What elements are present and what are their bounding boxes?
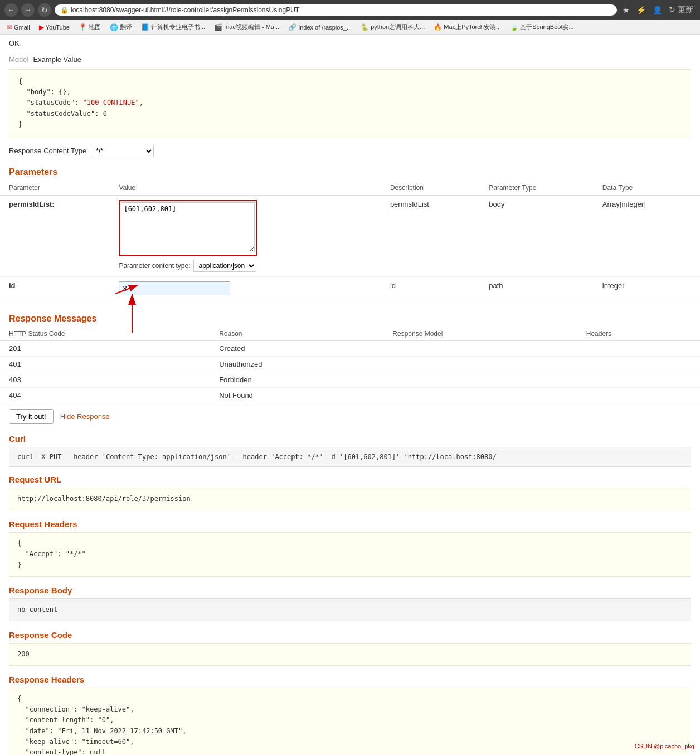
hide-response-link[interactable]: Hide Response	[60, 412, 110, 421]
model-201	[383, 340, 577, 356]
table-row: id	[0, 276, 700, 300]
python-icon: 🐍	[361, 23, 369, 31]
bookmark-ebook[interactable]: 📘 计算机专业电子书...	[139, 22, 207, 32]
param-name-permisidlist: permisIdList:	[9, 200, 55, 208]
response-content-type-select[interactable]: */* application/json	[91, 145, 154, 157]
code-line4: "statusCodeValue": 0	[18, 109, 682, 119]
code-line3: "statusCode": "100 CONTINUE",	[18, 98, 682, 108]
request-headers-title: Request Headers	[9, 519, 691, 529]
request-url-title: Request URL	[9, 475, 691, 484]
back-button[interactable]: ←	[4, 3, 18, 17]
id-data-type: integer	[594, 276, 700, 300]
curl-title: Curl	[9, 434, 691, 444]
bookmark-pytorch[interactable]: 🔥 Mac上PyTorch安装...	[431, 22, 503, 32]
bookmark-springboot[interactable]: 🍃 基于SpringBoot实...	[508, 22, 576, 32]
reason-forbidden: Forbidden	[210, 372, 383, 387]
headers-404	[577, 387, 700, 403]
bookmark-translate[interactable]: 🌐 翻译	[108, 22, 134, 32]
permisidlist-description: permisIdList	[381, 195, 480, 276]
ok-label: OK	[0, 35, 700, 52]
bookmark-gmail-label: Gmail	[14, 24, 30, 31]
request-url-value: http://localhost:8080/api/role/3/permiss…	[17, 495, 191, 503]
extensions-button[interactable]: ⚡	[634, 4, 648, 16]
response-headers-block: { "connection": "keep-alive", "content-l…	[9, 688, 691, 755]
bookmark-raspi-label: Index of /raspios_...	[298, 24, 352, 31]
bookmarks-bar: ✉ Gmail ▶ YouTube 📍 地图 🌐 翻译 📘 计算机专业电子书..…	[0, 20, 700, 35]
response-code-value: 200	[17, 650, 30, 658]
response-headers-section: Response Headers { "connection": "keep-a…	[0, 671, 700, 755]
browser-chrome: ← → ↻ 🔒 localhost:8080/swagger-ui.html#!…	[0, 0, 700, 20]
youtube-icon: ▶	[39, 23, 44, 31]
browser-actions: ★ ⚡ 👤 ↻ 更新	[620, 4, 696, 16]
model-label: Model	[9, 55, 28, 64]
video-icon: 🎬	[214, 23, 222, 31]
table-row: 404 Not Found	[0, 387, 700, 403]
response-content-type-row: Response Content Type */* application/js…	[0, 139, 700, 163]
bookmark-video-label: mac视频编辑 - Ma...	[224, 23, 279, 31]
status-404: 404	[0, 387, 210, 403]
reason-created: Created	[210, 340, 383, 356]
response-body-section: Response Body no content	[0, 582, 700, 627]
table-row: 401 Unauthorized	[0, 356, 700, 372]
raspi-icon: 🔗	[288, 23, 296, 31]
col-data-type: Data Type	[594, 181, 700, 196]
col-param-type: Parameter Type	[480, 181, 594, 196]
headers-403	[577, 372, 700, 387]
address-bar[interactable]: 🔒 localhost:8080/swagger-ui.html#!/role-…	[55, 4, 617, 16]
request-url-section: Request URL http://localhost:8080/api/ro…	[0, 471, 700, 516]
col-value: Value	[110, 181, 381, 196]
model-row: Model Example Value	[0, 52, 700, 67]
response-code-block: { "body": {}, "statusCode": "100 CONTINU…	[9, 69, 691, 137]
try-it-button[interactable]: Try it out!	[9, 409, 54, 424]
bookmark-youtube[interactable]: ▶ YouTube	[37, 22, 72, 32]
pytorch-icon: 🔥	[434, 23, 442, 31]
request-headers-block: { "Accept": "*/*" }	[9, 532, 691, 577]
response-headers-title: Response Headers	[9, 675, 691, 684]
id-param-type: path	[480, 276, 594, 300]
url-text: localhost:8080/swagger-ui.html#!/role-co…	[71, 6, 299, 14]
translate-icon: 🌐	[110, 23, 118, 31]
permisidlist-textarea[interactable]: [601,602,801]	[121, 202, 255, 252]
bookmark-gmail[interactable]: ✉ Gmail	[4, 22, 32, 32]
profile-button[interactable]: 👤	[650, 4, 664, 16]
bookmark-raspi[interactable]: 🔗 Index of /raspios_...	[286, 22, 354, 32]
table-row: 403 Forbidden	[0, 372, 700, 387]
col-http-status: HTTP Status Code	[0, 327, 210, 341]
curl-value: curl -X PUT --header 'Content-Type: appl…	[17, 453, 497, 461]
col-headers: Headers	[577, 327, 700, 341]
headers-201	[577, 340, 700, 356]
response-messages-title: Response Messages	[0, 309, 700, 327]
response-body-block: no content	[9, 598, 691, 621]
bookmark-video[interactable]: 🎬 mac视频编辑 - Ma...	[212, 22, 281, 32]
model-401	[383, 356, 577, 372]
model-link[interactable]: Example Value	[33, 55, 81, 64]
request-headers-section: Request Headers { "Accept": "*/*" }	[0, 516, 700, 582]
table-row: 201 Created	[0, 340, 700, 356]
col-reason: Reason	[210, 327, 383, 341]
curl-section: Curl curl -X PUT --header 'Content-Type:…	[0, 430, 700, 471]
ebook-icon: 📘	[141, 23, 149, 31]
map-icon: 📍	[79, 23, 87, 31]
param-content-type-select[interactable]: application/json	[193, 260, 256, 272]
permisidlist-value-wrapper: [601,602,801]	[119, 200, 257, 256]
lock-icon: 🔒	[60, 6, 69, 14]
bookmark-star-button[interactable]: ★	[620, 4, 632, 16]
headers-401	[577, 356, 700, 372]
curl-block: curl -X PUT --header 'Content-Type: appl…	[9, 447, 691, 467]
forward-button[interactable]: →	[21, 3, 35, 17]
id-input[interactable]	[119, 281, 230, 295]
parameters-table: Parameter Value Description Parameter Ty…	[0, 181, 700, 300]
reload-button[interactable]: ↻	[38, 3, 51, 17]
bookmark-youtube-label: YouTube	[46, 24, 70, 31]
param-name-id: id	[9, 281, 16, 290]
bookmark-python-label: python之调用科大...	[371, 23, 425, 31]
model-403	[383, 372, 577, 387]
col-parameter: Parameter	[0, 181, 110, 196]
code-line1: {	[18, 76, 682, 87]
update-button[interactable]: ↻ 更新	[667, 4, 696, 16]
bookmark-map[interactable]: 📍 地图	[76, 22, 103, 32]
response-code-section: Response Code 200	[0, 627, 700, 671]
bookmark-python[interactable]: 🐍 python之调用科大...	[358, 22, 427, 32]
bookmark-map-label: 地图	[89, 23, 101, 31]
bookmark-translate-label: 翻译	[120, 23, 132, 31]
